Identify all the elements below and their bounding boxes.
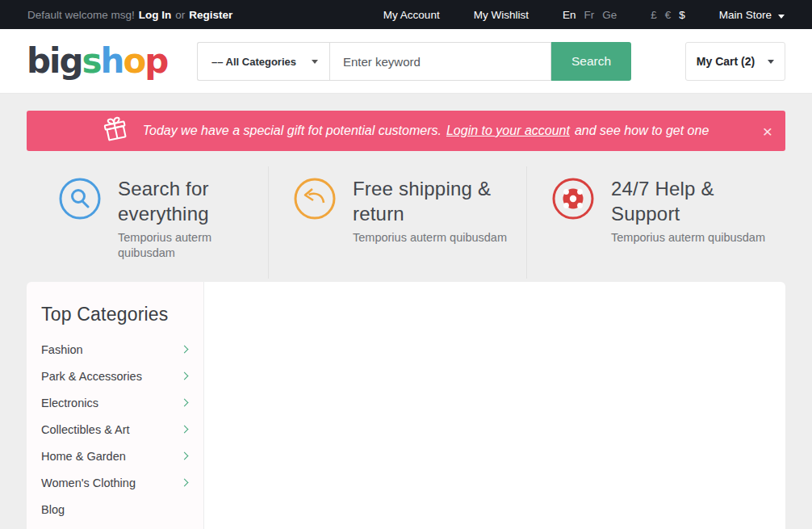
shop-logo[interactable]: bigshop <box>27 44 167 78</box>
sidebar-item-daily-deals[interactable]: Daily Deals <box>41 523 190 529</box>
feature-shipping: Free shipping & return Temporius auterm … <box>268 166 526 279</box>
login-link[interactable]: Log In <box>139 9 172 21</box>
logo-part: s <box>82 41 101 81</box>
feature-title: 24/7 Help & Support <box>611 176 785 226</box>
sidebar-item-collectibles-art[interactable]: Collectibles & Art <box>41 416 190 443</box>
or-text: or <box>175 9 185 21</box>
logo-part: big <box>27 41 82 81</box>
search-input[interactable] <box>329 42 551 81</box>
category-dropdown[interactable]: –– All Categories <box>197 42 329 81</box>
chevron-right-icon <box>181 346 189 354</box>
feature-title: Search for everything <box>118 176 249 226</box>
sidebar-item-park-accessories[interactable]: Park & Accessories <box>41 363 190 389</box>
search-bar: –– All Categories Search <box>197 42 631 81</box>
feature-subtitle: Temporius auterm quibusdam <box>611 230 785 246</box>
features-row: Search for everything Temporius auterm q… <box>27 166 785 279</box>
currency-option-usd[interactable]: $ <box>679 9 685 21</box>
sidebar-title: Top Categories <box>41 304 190 325</box>
search-icon <box>59 178 101 223</box>
sidebar-item-electronics[interactable]: Electronics <box>41 389 190 416</box>
currency-switcher: £ € $ <box>651 9 685 21</box>
content-row: Top Categories Fashion Park & Accessorie… <box>27 282 785 529</box>
store-switcher[interactable]: Main Store <box>719 9 785 21</box>
chevron-right-icon <box>181 426 189 434</box>
promo-text-before: Today we have a special gift fot potenti… <box>143 124 442 137</box>
welcome-area: Default welcome msg! Log In or Register <box>27 9 232 21</box>
category-dropdown-label: –– All Categories <box>211 56 296 68</box>
chevron-down-icon <box>778 15 785 19</box>
logo-part: o <box>123 41 144 81</box>
promo-banner: Today we have a special gift fot potenti… <box>27 111 785 151</box>
chevron-down-icon <box>312 60 318 64</box>
my-account-link[interactable]: My Account <box>383 9 440 21</box>
login-account-link[interactable]: Login to your account <box>446 124 570 137</box>
my-wishlist-link[interactable]: My Wishlist <box>474 9 529 21</box>
language-option-fr[interactable]: Fr <box>584 9 594 21</box>
chevron-right-icon <box>181 399 189 407</box>
language-option-en[interactable]: En <box>563 9 576 21</box>
lifebuoy-icon <box>552 178 594 223</box>
main-content-panel <box>204 282 785 529</box>
close-icon[interactable]: × <box>763 123 772 140</box>
register-link[interactable]: Register <box>189 9 232 21</box>
welcome-message: Default welcome msg! <box>27 9 135 21</box>
sidebar-item-womens-clothing[interactable]: Women's Clothing <box>41 469 190 496</box>
chevron-right-icon <box>181 479 189 487</box>
categories-sidebar: Top Categories Fashion Park & Accessorie… <box>27 282 204 529</box>
sidebar-item-fashion[interactable]: Fashion <box>41 336 190 363</box>
feature-search: Search for everything Temporius auterm q… <box>27 166 268 279</box>
language-option-ge[interactable]: Ge <box>602 9 617 21</box>
store-switcher-label: Main Store <box>719 9 772 21</box>
currency-option-eur[interactable]: € <box>665 9 672 21</box>
feature-subtitle: Temporius auterm quibusdam <box>353 230 526 246</box>
topbar: Default welcome msg! Log In or Register … <box>0 0 812 29</box>
promo-text-after: and see how to get one <box>575 124 709 137</box>
feature-subtitle: Temporius auterm quibusdam <box>118 230 249 261</box>
search-button[interactable]: Search <box>551 42 631 81</box>
language-switcher: En Fr Ge <box>563 9 617 21</box>
category-list: Fashion Park & Accessories Electronics C… <box>41 336 190 529</box>
return-arrow-icon <box>294 178 336 223</box>
header: bigshop –– All Categories Search My Cart… <box>0 29 812 94</box>
chevron-right-icon <box>181 452 189 460</box>
promo-text: Today we have a special gift fot potenti… <box>140 124 712 138</box>
sidebar-item-blog[interactable]: Blog <box>41 496 190 523</box>
topbar-right: My Account My Wishlist En Fr Ge £ € $ Ma… <box>383 9 785 21</box>
cart-dropdown[interactable]: My Cart (2) <box>685 42 785 81</box>
chevron-right-icon <box>181 372 189 380</box>
logo-part: h <box>101 41 123 81</box>
chevron-down-icon <box>768 60 774 64</box>
sidebar-item-home-garden[interactable]: Home & Garden <box>41 443 190 469</box>
feature-title: Free shipping & return <box>353 176 526 226</box>
logo-part: p <box>144 41 167 81</box>
feature-support: 24/7 Help & Support Temporius auterm qui… <box>526 166 785 279</box>
gift-icon <box>101 115 130 147</box>
cart-label: My Cart (2) <box>697 55 755 68</box>
currency-option-gbp[interactable]: £ <box>651 9 657 21</box>
